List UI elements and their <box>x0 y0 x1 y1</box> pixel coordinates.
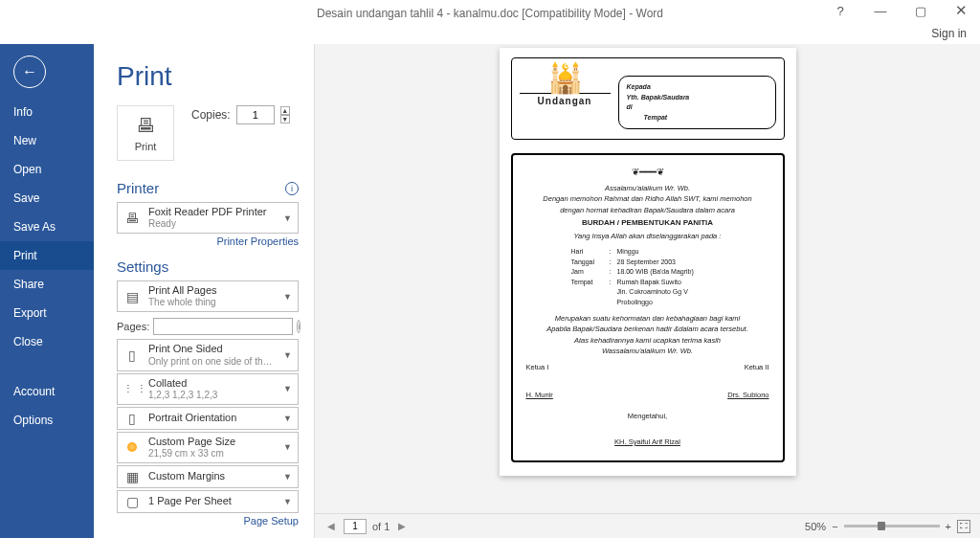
custom-size-icon <box>127 442 137 452</box>
sidebar-item-options[interactable]: Options <box>0 406 94 435</box>
preview-canvas[interactable]: 🕌 Undangan Kepada Yth. Bapak/Saudara di … <box>315 44 980 513</box>
print-heading: Print <box>117 61 299 92</box>
margins-icon: ▦ <box>122 469 143 484</box>
collate-select[interactable]: ⋮⋮ Collated 1,2,3 1,2,3 1,2,3 ▼ <box>117 373 299 405</box>
arrow-left-icon: ← <box>22 63 37 80</box>
preview-page: 🕌 Undangan Kepada Yth. Bapak/Saudara di … <box>500 48 796 476</box>
printer-name: Foxit Reader PDF Printer <box>148 206 276 218</box>
doc-details: Hari:Minggu Tanggal:28 September 2003 Ja… <box>571 247 724 307</box>
backstage-sidebar: ← Info New Open Save Save As Print Share… <box>0 44 94 538</box>
ornament-icon: ❦━━━❦ <box>526 165 769 179</box>
next-page-button[interactable]: ▶ <box>395 521 409 531</box>
printer-section-heading: Printer <box>117 180 159 196</box>
print-button[interactable]: 🖶 Print <box>117 105 174 161</box>
doc-name1: H. Munir <box>526 390 553 400</box>
pages-label: Pages: <box>117 321 149 332</box>
print-settings-pane: Print 🖶 Print Copies: ▲ ▼ Printer i 🖶 F <box>94 44 314 538</box>
close-window-button[interactable]: ✕ <box>942 0 980 21</box>
sidebar-item-export[interactable]: Export <box>0 299 94 327</box>
collate-sub: 1,2,3 1,2,3 1,2,3 <box>148 390 276 401</box>
print-range-sub: The whole thing <box>148 297 276 308</box>
doc-ketua2: Ketua II <box>745 362 769 372</box>
printer-info-icon[interactable]: i <box>285 182 299 195</box>
collate-icon: ⋮⋮ <box>122 383 148 395</box>
zoom-fit-button[interactable]: ⛶ <box>957 520 970 533</box>
pagesize-main: Custom Page Size <box>148 436 276 448</box>
print-range-main: Print All Pages <box>148 284 276 297</box>
pages-info-icon[interactable]: i <box>297 320 301 333</box>
zoom-slider[interactable] <box>844 525 940 527</box>
window-title: Desain undangan tahlil 4 - kanalmu.doc [… <box>317 7 663 20</box>
zoom-level-label: 50% <box>805 521 826 532</box>
settings-section-heading: Settings <box>117 258 168 275</box>
printer-select[interactable]: 🖶 Foxit Reader PDF Printer Ready ▼ <box>117 202 299 234</box>
zoom-in-button[interactable]: + <box>946 521 951 532</box>
copies-input[interactable] <box>236 105 275 124</box>
doc-p6: Atas kehadirannya kami ucapkan terima ka… <box>526 335 769 346</box>
printer-properties-link[interactable]: Printer Properties <box>117 235 299 247</box>
page-setup-link[interactable]: Page Setup <box>117 515 299 527</box>
sidebar-item-save[interactable]: Save <box>0 184 94 213</box>
doc-closing: Wassalamu'alaikum Wr. Wb. <box>526 346 769 356</box>
sidebar-item-account[interactable]: Account <box>0 377 94 406</box>
chevron-down-icon: ▼ <box>281 442 294 452</box>
chevron-down-icon: ▼ <box>281 384 294 393</box>
onesided-icon: ▯ <box>122 347 143 363</box>
doc-salam: Assalamu'alaikum Wr. Wb. <box>526 183 769 193</box>
pagesize-sub: 21,59 cm x 33 cm <box>148 448 276 460</box>
help-button[interactable]: ? <box>821 0 859 21</box>
doc-ketua1: Ketua I <box>526 362 549 372</box>
doc-undangan: Undangan <box>520 93 611 106</box>
maximize-button[interactable]: ▢ <box>902 0 940 21</box>
copies-down[interactable]: ▼ <box>280 115 290 123</box>
pages-icon: ▤ <box>122 289 143 304</box>
recipient-box: Kepada Yth. Bapak/Saudara di Tempat <box>618 76 776 129</box>
total-pages-label: of 1 <box>372 521 390 532</box>
doc-name2: Drs. Subiono <box>727 390 768 400</box>
sidebar-item-print[interactable]: Print <box>0 241 94 270</box>
sides-sub: Only print on one side of th… <box>148 356 276 368</box>
pages-input[interactable] <box>153 318 293 335</box>
chevron-down-icon: ▼ <box>281 350 294 360</box>
prev-page-button[interactable]: ◀ <box>324 521 338 531</box>
sidebar-item-new[interactable]: New <box>0 126 94 155</box>
doc-p5: Apabila Bapak/Saudara berkenan hadir &da… <box>526 324 769 334</box>
mosque-icon: 🕌 <box>520 64 611 93</box>
sidebar-item-open[interactable]: Open <box>0 155 94 184</box>
printer-icon: 🖶 <box>136 115 155 137</box>
zoom-out-button[interactable]: − <box>832 521 837 532</box>
orientation-main: Portrait Orientation <box>148 412 276 424</box>
chevron-down-icon: ▼ <box>281 292 294 302</box>
margins-select[interactable]: ▦ Custom Margins ▼ <box>117 465 299 488</box>
pagesize-select[interactable]: Custom Page Size 21,59 cm x 33 cm ▼ <box>117 432 299 463</box>
sides-select[interactable]: ▯ Print One Sided Only print on one side… <box>117 339 299 370</box>
doc-p4: Merupakan suatu kehormatan dan kebahagia… <box>526 313 769 324</box>
collate-main: Collated <box>148 377 276 390</box>
sidebar-item-share[interactable]: Share <box>0 270 94 299</box>
minimize-button[interactable]: — <box>861 0 900 21</box>
doc-p2: dengan hormat kehadiran Bapak/Saudara da… <box>526 205 769 215</box>
copies-label: Copies: <box>191 108 231 122</box>
doc-p1: Dengan memohon Rahmat dan Ridho Allah SW… <box>526 193 769 204</box>
current-page-input[interactable] <box>344 519 367 534</box>
copies-up[interactable]: ▲ <box>280 106 290 115</box>
doc-event-title: BURDAH / PEMBENTUKAN PANITIA <box>526 217 769 229</box>
doc-mengetahui: Mengetahui, <box>526 411 769 421</box>
chevron-down-icon: ▼ <box>281 472 294 482</box>
sidebar-item-info[interactable]: Info <box>0 98 94 126</box>
pages-per-sheet-select[interactable]: ▢ 1 Page Per Sheet ▼ <box>117 490 299 513</box>
chevron-down-icon: ▼ <box>281 497 294 506</box>
pagepersheet-main: 1 Page Per Sheet <box>148 495 276 507</box>
pagepersheet-icon: ▢ <box>122 494 143 509</box>
margins-main: Custom Margins <box>148 470 276 482</box>
orientation-select[interactable]: ▯ Portrait Orientation ▼ <box>117 407 299 430</box>
back-button[interactable]: ← <box>13 56 46 88</box>
sidebar-item-saveas[interactable]: Save As <box>0 213 94 241</box>
sidebar-item-close[interactable]: Close <box>0 327 94 356</box>
print-preview-pane: 🕌 Undangan Kepada Yth. Bapak/Saudara di … <box>314 44 980 538</box>
chevron-down-icon: ▼ <box>281 213 294 223</box>
sign-in-link[interactable]: Sign in <box>931 27 967 40</box>
chevron-down-icon: ▼ <box>281 414 294 423</box>
print-range-select[interactable]: ▤ Print All Pages The whole thing ▼ <box>117 280 299 312</box>
printer-status: Ready <box>148 218 276 230</box>
